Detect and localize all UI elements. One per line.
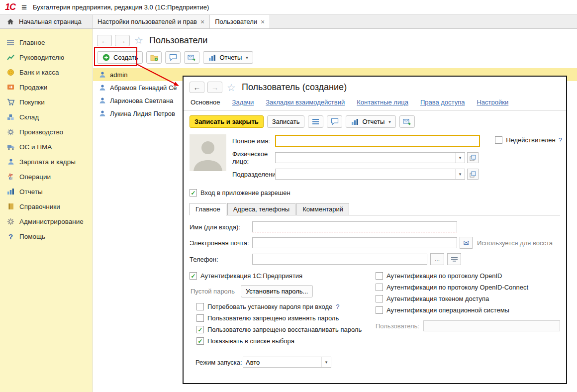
checkbox-box: ✓ [376,295,383,302]
discussion-button[interactable] [165,51,181,64]
openid-checkbox[interactable]: ✓ Аутентификация по протоколу OpenID [376,272,560,280]
invalid-help-link[interactable]: ? [559,136,562,144]
person-open-button[interactable] [467,152,479,163]
close-icon[interactable]: × [261,18,265,25]
tab-label: Настройки пользователей и прав [97,18,197,25]
dialog-link-access-rights[interactable]: Права доступа [420,98,465,106]
sidebar-item-bank-cash[interactable]: Банк и касса [0,65,92,80]
department-combo[interactable]: ▾ [275,169,465,180]
chevron-down-icon[interactable]: ▾ [455,169,465,179]
home-tab-label: Начальная страница [19,18,82,25]
sidebar-item-production[interactable]: Производство [0,124,92,139]
department-input[interactable] [276,171,455,178]
dialog-link-tasks[interactable]: Задачи [232,98,254,106]
person-combo[interactable]: ▾ [275,152,465,163]
dialog-link-contacts[interactable]: Контактные лица [357,98,408,106]
sidebar-item-purchases[interactable]: Покупки [0,95,92,109]
sidebar-item-main[interactable]: Главное [0,35,92,50]
os-auth-label: Аутентификация операционной системы [386,306,509,314]
email-input[interactable] [252,237,457,248]
show-in-list-checkbox[interactable]: ✓ Показывать в списке выбора [196,337,376,345]
dialog-reports-button[interactable]: Отчеты ▾ [346,115,395,128]
related-documents-button[interactable] [308,115,323,128]
person-input[interactable] [276,154,455,162]
chevron-down-icon: ▾ [246,55,248,60]
sidebar-item-fixed-assets[interactable]: ОС и НМА [0,139,92,154]
checkbox-box: ✓ [376,272,383,280]
phone-input[interactable] [252,254,427,265]
checkbox-box: ✓ [196,303,204,310]
sidebar-item-help[interactable]: ? Помощь [0,229,92,244]
auth-1c-checkbox[interactable]: ✓ Аутентификация 1С:Предприятия [190,272,376,280]
sidebar-item-label: Банк и касса [19,69,59,76]
tab-main[interactable]: Главное [190,203,226,215]
back-button[interactable]: ← [97,35,112,46]
dialog-nav-links: Основное Задачи Закладки взаимодействий … [184,95,566,111]
forbid-change-password-label: Пользователю запрещено изменять пароль [207,314,339,322]
require-password-help-link[interactable]: ? [336,303,339,310]
save-button[interactable]: Записать [267,115,305,128]
dialog-link-main[interactable]: Основное [191,98,220,106]
check-icon: ✓ [197,338,202,344]
token-auth-checkbox[interactable]: ✓ Аутентификация токеном доступа [376,295,560,302]
sidebar-item-sales[interactable]: Продажи [0,80,92,95]
salary-hr-person-icon [6,158,15,166]
home-tab[interactable]: Начальная страница [0,15,93,28]
run-mode-input[interactable] [243,359,321,366]
tab-comment[interactable]: Комментарий [296,203,349,215]
reports-chart-icon [351,117,359,126]
favorite-star-icon[interactable]: ☆ [134,35,143,45]
email-check-button[interactable]: ✉ [460,237,473,249]
sidebar-item-reports[interactable]: Отчеты [0,184,92,199]
sidebar-item-salary-hr[interactable]: Зарплата и кадры [0,154,92,169]
close-icon[interactable]: × [200,18,204,25]
send-envelope-icon [188,53,196,62]
sidebar-item-catalogs[interactable]: Справочники [0,199,92,214]
production-gear-icon [6,128,15,136]
save-close-button[interactable]: Записать и закрыть [190,115,264,128]
list-reports-button[interactable]: Отчеты ▾ [203,51,253,64]
phone-more-button[interactable]: ... [430,253,444,265]
sidebar-item-warehouse[interactable]: Склад [0,109,92,124]
send-button[interactable] [399,115,415,128]
chevron-down-icon[interactable]: ▾ [321,357,331,367]
phone-list-button[interactable] [447,253,461,265]
require-password-checkbox[interactable]: ✓ Потребовать установку пароля при входе… [196,303,376,310]
tab-user-settings[interactable]: Настройки пользователей и прав × [93,15,210,28]
checkbox-box: ✓ [196,337,204,345]
title-bar: 1С ≡ Бухгалтерия предприятия, редакция 3… [0,0,577,15]
openid-connect-checkbox[interactable]: ✓ Аутентификация по протоколу OpenID-Con… [376,284,560,291]
create-button[interactable]: Создать [97,51,143,64]
avatar[interactable] [190,134,226,171]
set-password-button[interactable]: Установить пароль... [241,285,313,297]
main-tab-panel: Имя (для входа): Электронная почта: ✉ Ис… [184,215,566,368]
forbid-change-password-checkbox[interactable]: ✓ Пользователю запрещено изменять пароль [196,314,376,322]
forbid-recover-password-checkbox[interactable]: ✓ Пользователю запрещено восстанавливать… [196,326,376,333]
login-allowed-checkbox[interactable]: ✓ Вход в приложение разрешен [190,189,560,196]
run-mode-combo[interactable]: ▾ [243,357,331,368]
department-open-button[interactable] [467,169,479,180]
sidebar-item-manager[interactable]: Руководителю [0,50,92,65]
invalid-checkbox[interactable]: ✓ Недействителен [495,136,556,144]
create-group-button[interactable] [146,51,162,64]
discussion-button[interactable] [327,115,342,128]
forward-button[interactable]: → [115,35,130,46]
login-input[interactable] [252,221,457,232]
favorite-star-icon[interactable]: ☆ [227,83,236,93]
main-menu-icon[interactable]: ≡ [21,2,27,12]
envelope-icon: ✉ [463,239,469,247]
sidebar-item-operations[interactable]: Дт Кт Операции [0,169,92,184]
checkbox-box: ✓ [376,284,383,291]
os-auth-checkbox[interactable]: ✓ Аутентификация операционной системы [376,306,560,314]
back-button[interactable]: ← [190,82,204,93]
send-button[interactable] [184,51,199,64]
full-name-input[interactable] [275,135,480,147]
dialog-link-settings[interactable]: Настройки [477,98,508,106]
sidebar-item-administration[interactable]: Администрирование [0,214,92,229]
tab-addresses-phones[interactable]: Адреса, телефоны [227,203,296,215]
dialog-link-interactions[interactable]: Закладки взаимодействий [266,98,345,106]
forward-button[interactable]: → [207,82,222,93]
chevron-down-icon[interactable]: ▾ [455,153,465,163]
tab-users[interactable]: Пользователи × [210,15,270,28]
chevron-down-icon: ▾ [388,119,391,124]
